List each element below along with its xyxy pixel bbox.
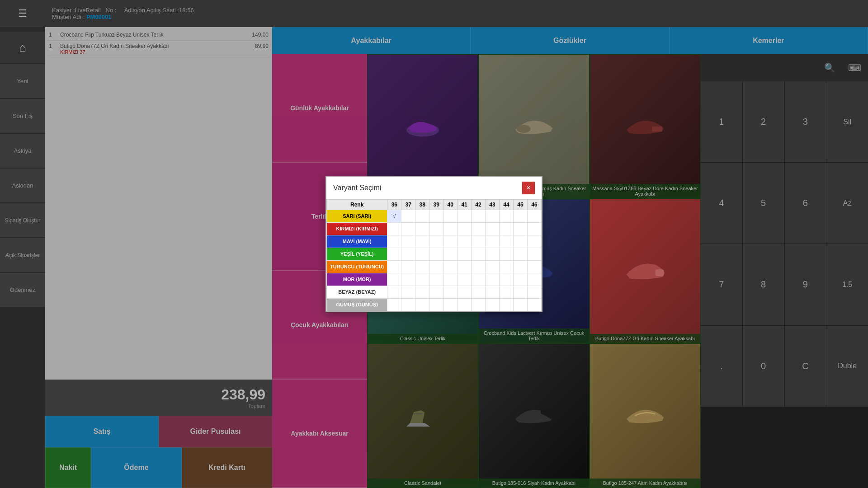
variant-cell[interactable] [458,248,472,260]
variant-cell[interactable] [472,222,486,235]
variant-cell[interactable] [499,286,513,298]
variant-cell[interactable] [499,298,513,311]
variant-cell[interactable] [499,248,513,260]
variant-cell[interactable] [513,222,527,235]
variant-cell[interactable] [486,235,500,248]
variant-cell[interactable] [387,248,401,260]
variant-cell[interactable] [401,248,415,260]
variant-cell[interactable] [429,210,443,222]
variant-cell[interactable] [429,248,443,260]
variant-cell[interactable] [401,286,415,298]
variant-cell[interactable] [387,222,401,235]
variant-cell[interactable] [486,273,500,286]
variant-cell[interactable] [415,273,429,286]
variant-cell[interactable] [527,248,541,260]
variant-cell[interactable] [443,298,458,311]
variant-cell[interactable] [472,210,486,222]
variant-cell[interactable] [458,273,472,286]
variant-cell[interactable] [429,235,443,248]
variant-cell[interactable] [401,260,415,273]
variant-cell[interactable] [387,235,401,248]
variant-cell[interactable] [429,286,443,298]
variant-cell[interactable] [472,248,486,260]
variant-cell[interactable] [443,210,458,222]
variant-cell[interactable] [401,222,415,235]
variant-cell[interactable] [415,235,429,248]
variant-cell[interactable] [486,260,500,273]
variant-cell[interactable] [443,222,458,235]
variant-cell[interactable] [499,222,513,235]
variant-cell[interactable] [458,286,472,298]
variant-cell[interactable] [429,260,443,273]
variant-cell[interactable] [513,248,527,260]
variant-cell[interactable] [527,210,541,222]
variant-cell[interactable] [472,298,486,311]
variant-cell[interactable] [527,273,541,286]
variant-cell[interactable] [443,273,458,286]
variant-cell[interactable] [486,210,500,222]
variant-cell[interactable] [472,260,486,273]
variant-cell[interactable] [458,222,472,235]
variant-cell[interactable] [513,260,527,273]
variant-header: Renk3637383940414243444546 [327,199,542,210]
variant-cell[interactable] [472,235,486,248]
variant-cell[interactable] [443,248,458,260]
variant-cell[interactable] [499,210,513,222]
variant-overlay: Varyant Seçimi × Renk3637383940414243444… [0,0,868,488]
variant-cell[interactable] [429,298,443,311]
variant-cell[interactable] [472,286,486,298]
variant-cell[interactable] [387,260,401,273]
variant-cell[interactable] [443,286,458,298]
variant-cell[interactable] [513,273,527,286]
variant-cell[interactable] [443,235,458,248]
variant-cell[interactable] [415,286,429,298]
variant-cell[interactable] [401,235,415,248]
variant-cell[interactable] [499,260,513,273]
variant-dialog: Varyant Seçimi × Renk3637383940414243444… [326,176,542,312]
variant-dialog-title: Varyant Seçimi [333,184,381,192]
variant-cell[interactable] [458,210,472,222]
variant-cell[interactable] [486,298,500,311]
variant-cell[interactable]: √ [387,210,401,222]
variant-cell[interactable] [443,260,458,273]
variant-table: Renk3637383940414243444546 SARI (SARI)√K… [326,199,542,311]
variant-cell[interactable] [415,248,429,260]
variant-cell[interactable] [429,273,443,286]
variant-cell[interactable] [415,260,429,273]
variant-cell[interactable] [513,235,527,248]
variant-cell[interactable] [513,286,527,298]
variant-cell[interactable] [527,298,541,311]
variant-cell[interactable] [401,298,415,311]
variant-cell[interactable] [387,298,401,311]
variant-cell[interactable] [401,273,415,286]
variant-cell[interactable] [415,210,429,222]
variant-cell[interactable] [486,286,500,298]
variant-cell[interactable] [499,273,513,286]
variant-cell[interactable] [415,222,429,235]
variant-cell[interactable] [458,298,472,311]
variant-cell[interactable] [458,260,472,273]
variant-cell[interactable] [513,210,527,222]
variant-body: SARI (SARI)√KIRMIZI (KIRMIZI)MAVİ (MAVİ)… [327,210,542,311]
variant-cell[interactable] [415,298,429,311]
variant-cell[interactable] [387,286,401,298]
variant-cell[interactable] [401,210,415,222]
variant-cell[interactable] [499,235,513,248]
variant-cell[interactable] [486,222,500,235]
variant-table-container[interactable]: Renk3637383940414243444546 SARI (SARI)√K… [326,199,542,311]
variant-close-button[interactable]: × [522,182,535,194]
variant-cell[interactable] [527,235,541,248]
variant-cell[interactable] [387,273,401,286]
variant-cell[interactable] [513,298,527,311]
variant-cell[interactable] [527,222,541,235]
variant-cell[interactable] [527,260,541,273]
variant-cell[interactable] [472,273,486,286]
variant-cell[interactable] [527,286,541,298]
variant-title-bar: Varyant Seçimi × [326,177,542,199]
variant-cell[interactable] [458,235,472,248]
variant-cell[interactable] [486,248,500,260]
variant-cell[interactable] [429,222,443,235]
